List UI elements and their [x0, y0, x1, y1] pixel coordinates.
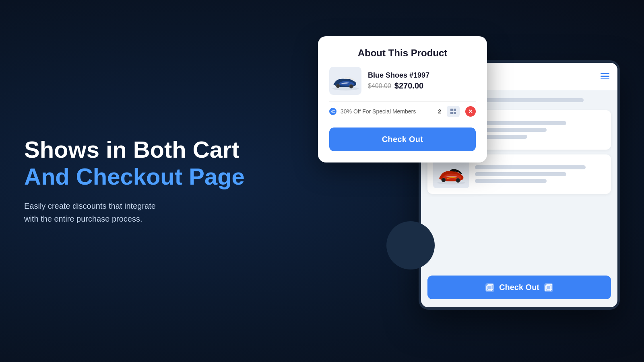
subtext-line2: with the entire purchase process.	[24, 215, 142, 224]
svg-rect-7	[488, 284, 493, 290]
checkout-label: Check Out	[499, 283, 539, 292]
svg-point-11	[336, 84, 340, 88]
checkout-button-cart[interactable]: Check Out	[427, 276, 611, 299]
popup-shoe-svg	[330, 69, 361, 93]
svg-point-4	[442, 178, 446, 182]
heading-line2: And Checkout Page	[24, 163, 245, 189]
discount-row: 🏷 30% Off For Special Members 2 ✕	[329, 101, 476, 121]
product-popup-card: About This Product Blue Shoes #1997 $400…	[318, 36, 487, 162]
product-row: Blue Shoes #1997 $400.00 $270.00	[329, 67, 476, 95]
main-heading: Shows in Both Cart And Checkout Page	[24, 136, 245, 190]
product-name: Blue Shoes #1997	[368, 71, 476, 80]
svg-point-12	[349, 84, 353, 88]
skeleton-name-bar-2	[475, 165, 586, 169]
tag-icon: 🏷	[329, 108, 336, 115]
svg-rect-9	[547, 284, 552, 290]
svg-rect-16	[454, 112, 456, 114]
quantity-display: 2	[438, 108, 441, 115]
price-original: $400.00	[368, 82, 391, 90]
svg-rect-13	[450, 109, 453, 111]
svg-point-5	[456, 179, 460, 183]
cart-item-1-details	[475, 121, 605, 139]
skeleton-extra-bar-2	[475, 179, 547, 183]
red-shoe-svg	[435, 162, 467, 186]
popup-title: About This Product	[329, 47, 476, 59]
cart-item-2-image	[433, 160, 469, 188]
skeleton-name-bar	[475, 121, 566, 125]
svg-rect-15	[450, 112, 453, 114]
skeleton-price-bar-2	[475, 172, 566, 176]
subtext-line1: Easily create discounts that integrate	[24, 202, 156, 211]
left-content-section: Shows in Both Cart And Checkout Page Eas…	[24, 136, 245, 225]
svg-point-10	[332, 87, 359, 90]
price-discounted: $270.00	[394, 81, 423, 90]
decorative-circle	[386, 221, 435, 269]
price-row: $400.00 $270.00	[368, 81, 476, 90]
subtext: Easily create discounts that integrate w…	[24, 200, 245, 226]
svg-rect-14	[454, 109, 456, 111]
discount-label: 30% Off For Special Members	[341, 108, 434, 115]
checkout-popup-button[interactable]: Check Out	[329, 128, 476, 151]
mockup-area: Cart Page	[306, 28, 620, 334]
copy-right-icon	[544, 283, 553, 292]
svg-point-3	[437, 181, 465, 185]
hamburger-menu-icon[interactable]	[601, 73, 609, 80]
product-info: Blue Shoes #1997 $400.00 $270.00	[368, 71, 476, 90]
cart-item-2-details	[475, 165, 605, 183]
product-image-box	[329, 67, 361, 95]
quantity-stepper[interactable]	[447, 106, 460, 117]
copy-left-icon	[485, 283, 494, 292]
remove-button[interactable]: ✕	[465, 106, 476, 117]
heading-line1: Shows in Both Cart	[24, 136, 239, 162]
